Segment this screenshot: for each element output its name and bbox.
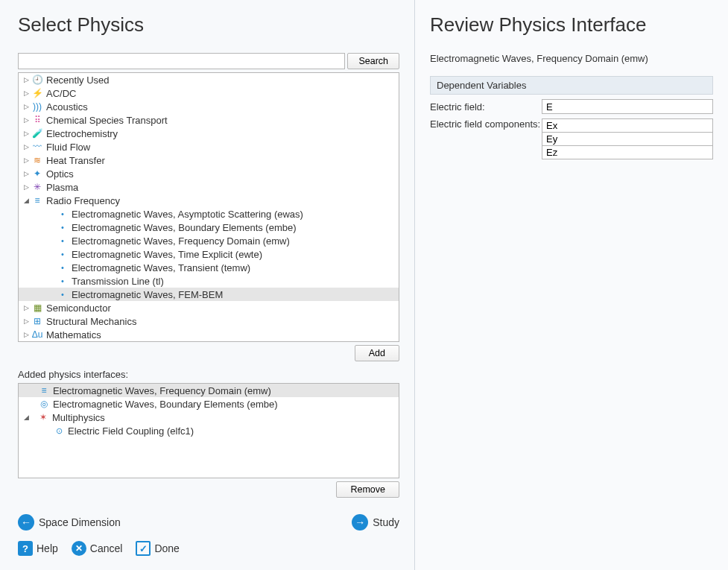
tree-item-label: Electromagnetic Waves, FEM-BEM — [72, 289, 223, 300]
electric-field-input[interactable] — [542, 99, 713, 114]
optics-icon: ✦ — [31, 168, 43, 180]
added-interfaces-label: Added physics interfaces: — [18, 369, 399, 380]
added-item-emw[interactable]: ≡ Electromagnetic Waves, Frequency Domai… — [19, 384, 399, 397]
select-physics-panel: Select Physics Search ▷🕘Recently Used▷⚡A… — [0, 0, 414, 570]
tree-item-label: Electromagnetic Waves, Time Explicit (ew… — [72, 249, 262, 260]
tree-item-fluid[interactable]: ▷〰Fluid Flow — [19, 140, 399, 153]
heat-icon: ≋ — [31, 154, 43, 166]
tree-item-rf-child[interactable]: ▷•Electromagnetic Waves, Asymptotic Scat… — [19, 207, 399, 221]
added-item-label: Electric Field Coupling (elfc1) — [68, 425, 194, 437]
page-title: Select Physics — [18, 13, 399, 37]
sub-icon: • — [57, 235, 69, 247]
tree-item-optics[interactable]: ▷✦Optics — [19, 167, 399, 180]
tree-item-label: Heat Transfer — [46, 155, 105, 166]
rf-icon: ≡ — [31, 194, 43, 206]
tree-item-rf-child[interactable]: ▷•Electromagnetic Waves, Transient (temw… — [19, 261, 399, 274]
struct-icon: ⊞ — [31, 315, 43, 327]
dependent-variables-header: Dependent Variables — [430, 76, 713, 95]
recent-icon: 🕘 — [31, 74, 43, 86]
tree-item-rf[interactable]: ◢≡Radio Frequency — [19, 194, 399, 207]
tree-item-heat[interactable]: ▷≋Heat Transfer — [19, 153, 399, 167]
expander-closed-icon[interactable]: ▷ — [22, 143, 31, 151]
added-interfaces-tree[interactable]: ≡ Electromagnetic Waves, Frequency Domai… — [18, 383, 399, 478]
electric-field-components-label: Electric field components: — [430, 118, 542, 130]
rf-icon: ◎ — [38, 398, 50, 410]
sub-icon: • — [57, 288, 69, 300]
component-ex-input[interactable] — [542, 118, 713, 133]
tree-item-recent[interactable]: ▷🕘Recently Used — [19, 73, 399, 86]
component-ez-input[interactable] — [542, 146, 713, 159]
expander-closed-icon[interactable]: ▷ — [22, 317, 31, 325]
add-button[interactable]: Add — [355, 345, 399, 361]
expander-closed-icon[interactable]: ▷ — [22, 130, 31, 137]
acoustic-icon: ))) — [31, 101, 43, 113]
tree-item-math[interactable]: ▷ΔuMathematics — [19, 328, 399, 341]
expander-closed-icon[interactable]: ▷ — [22, 116, 31, 124]
tree-item-label: Mathematics — [46, 329, 101, 341]
tree-item-electroc[interactable]: ▷🧪Electrochemistry — [19, 127, 399, 140]
tree-item-rf-child[interactable]: ▷•Electromagnetic Waves, Frequency Domai… — [19, 234, 399, 247]
physics-tree[interactable]: ▷🕘Recently Used▷⚡AC/DC▷))) Acoustics▷⠿Ch… — [18, 72, 399, 342]
nav-forward-button[interactable]: → Study — [352, 514, 399, 531]
tree-item-plasma[interactable]: ▷✳Plasma — [19, 180, 399, 194]
tree-item-chem[interactable]: ▷⠿Chemical Species Transport — [19, 113, 399, 127]
tree-item-rf-child[interactable]: ▷•Electromagnetic Waves, FEM-BEM — [19, 288, 399, 301]
review-physics-panel: Review Physics Interface Electromagnetic… — [414, 0, 728, 570]
math-icon: Δu — [31, 329, 43, 341]
added-multiphysics[interactable]: ◢ ✶ Multiphysics — [19, 411, 399, 424]
electroc-icon: 🧪 — [31, 127, 43, 139]
remove-button[interactable]: Remove — [336, 481, 399, 498]
tree-item-label: Fluid Flow — [46, 142, 90, 153]
expander-closed-icon[interactable]: ▷ — [22, 331, 31, 338]
tree-item-struct[interactable]: ▷⊞Structural Mechanics — [19, 314, 399, 328]
expander-closed-icon[interactable]: ▷ — [22, 304, 31, 311]
acdc-icon: ⚡ — [31, 87, 43, 99]
tree-item-label: Structural Mechanics — [46, 316, 136, 327]
added-item-embe[interactable]: ◎ Electromagnetic Waves, Boundary Elemen… — [19, 397, 399, 411]
sub-icon: • — [57, 275, 69, 287]
tree-item-label: Electromagnetic Waves, Frequency Domain … — [72, 235, 290, 247]
tree-item-label: Plasma — [46, 182, 78, 193]
nav-back-label: Space Dimension — [39, 516, 121, 528]
sub-icon: • — [57, 262, 69, 273]
expander-closed-icon[interactable]: ▷ — [22, 170, 31, 177]
help-button[interactable]: ? Help — [18, 541, 58, 556]
electric-field-label: Electric field: — [430, 101, 542, 113]
expander-open-icon[interactable]: ◢ — [22, 197, 31, 204]
search-button[interactable]: Search — [347, 53, 399, 69]
tree-item-label: Radio Frequency — [46, 195, 120, 206]
cancel-label: Cancel — [90, 542, 123, 554]
cancel-button[interactable]: ✕ Cancel — [72, 541, 123, 556]
expander-closed-icon[interactable]: ▷ — [22, 183, 31, 191]
expander-closed-icon[interactable]: ▷ — [22, 103, 31, 110]
tree-item-rf-child[interactable]: ▷•Transmission Line (tl) — [19, 274, 399, 288]
close-icon: ✕ — [72, 541, 86, 556]
nav-back-button[interactable]: ← Space Dimension — [18, 514, 121, 531]
expander-closed-icon[interactable]: ▷ — [22, 76, 31, 83]
plasma-icon: ✳ — [31, 181, 43, 193]
fluid-icon: 〰 — [31, 141, 43, 153]
coupling-icon: ⊙ — [53, 425, 65, 437]
added-item-label: Multiphysics — [52, 412, 105, 423]
tree-item-label: Electromagnetic Waves, Asymptotic Scatte… — [72, 209, 303, 220]
sub-icon: • — [57, 248, 69, 260]
done-button[interactable]: ✓ Done — [136, 541, 179, 556]
component-ey-input[interactable] — [542, 133, 713, 146]
tree-item-acdc[interactable]: ▷⚡AC/DC — [19, 86, 399, 100]
tree-item-rf-child[interactable]: ▷•Electromagnetic Waves, Boundary Elemen… — [19, 221, 399, 234]
expander-closed-icon[interactable]: ▷ — [22, 89, 31, 97]
tree-item-label: Optics — [46, 168, 74, 180]
added-mp-child[interactable]: ⊙ Electric Field Coupling (elfc1) — [19, 424, 399, 437]
tree-item-semi[interactable]: ▷▦Semiconductor — [19, 301, 399, 314]
tree-item-label: Electromagnetic Waves, Transient (temw) — [72, 262, 250, 273]
nav-forward-label: Study — [373, 516, 399, 528]
rf-icon: ≡ — [38, 384, 50, 396]
expander-closed-icon[interactable]: ▷ — [22, 156, 31, 164]
tree-item-label: AC/DC — [46, 88, 76, 99]
sub-icon: • — [57, 208, 69, 220]
tree-item-rf-child[interactable]: ▷•Electromagnetic Waves, Time Explicit (… — [19, 247, 399, 261]
search-input[interactable] — [18, 53, 345, 69]
tree-item-acoustic[interactable]: ▷))) Acoustics — [19, 100, 399, 113]
expander-open-icon[interactable]: ◢ — [22, 414, 31, 421]
help-icon: ? — [18, 541, 33, 556]
